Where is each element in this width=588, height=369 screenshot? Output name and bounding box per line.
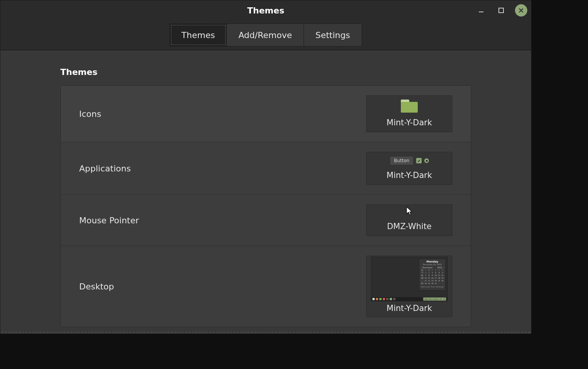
themes-panel: Icons Mint-Y-Dark Applications	[60, 85, 471, 327]
calendar-date: December 20, 2021	[421, 263, 444, 266]
row-icons: Icons Mint-Y-Dark	[61, 86, 471, 142]
desktop-preview-taskbar: Monday December 20, 19:41	[371, 297, 447, 301]
row-applications: Applications Button Mint-Y-Dark	[61, 142, 471, 195]
folder-icon	[401, 100, 418, 113]
content-area: Themes Icons Mint-Y-Dark Applicatio	[0, 50, 531, 334]
applications-theme-picker[interactable]: Button Mint-Y-Dark	[366, 152, 452, 185]
row-desktop: Desktop Monday December 20, 2021 ‹ Decem…	[61, 246, 471, 327]
cursor-icon	[406, 206, 413, 216]
icons-theme-picker[interactable]: Mint-Y-Dark	[366, 95, 452, 132]
section-title: Themes	[60, 67, 471, 77]
resize-grip[interactable]	[1, 332, 530, 333]
icons-theme-name: Mint-Y-Dark	[384, 116, 434, 128]
row-applications-label: Applications	[79, 164, 131, 173]
tab-settings[interactable]: Settings	[304, 24, 362, 46]
mouse-pointer-theme-picker[interactable]: DMZ-White	[366, 204, 452, 236]
desktop-preview-calendar: Monday December 20, 2021 ‹ December 2021…	[419, 259, 446, 291]
titlebar: Themes	[0, 0, 531, 20]
window-title: Themes	[247, 6, 284, 15]
maximize-button[interactable]	[495, 4, 507, 17]
row-mouse-pointer-label: Mouse Pointer	[79, 216, 139, 225]
window-controls	[475, 0, 527, 20]
preview-button: Button	[390, 156, 414, 165]
calendar-month: ‹ December	[421, 266, 433, 269]
row-icons-label: Icons	[79, 109, 101, 119]
row-mouse-pointer: Mouse Pointer DMZ-White	[61, 195, 471, 246]
calendar-settings-link: Date and Time Settings	[421, 286, 444, 288]
calendar-year: 2021 ›	[437, 266, 443, 269]
close-icon	[518, 7, 524, 13]
desktop-theme-name: Mint-Y-Dark	[384, 302, 434, 314]
desktop-preview: Monday December 20, 2021 ‹ December 2021…	[367, 256, 452, 302]
tab-add-remove[interactable]: Add/Remove	[227, 24, 304, 46]
calendar-day: Monday	[421, 261, 444, 263]
applications-preview: Button	[367, 152, 452, 169]
preview-checkbox-icon	[416, 158, 422, 163]
applications-theme-name: Mint-Y-Dark	[384, 169, 434, 181]
minimize-icon	[478, 7, 485, 14]
minimize-button[interactable]	[475, 4, 487, 17]
tab-bar: Themes Add/Remove Settings	[0, 20, 531, 50]
mouse-pointer-preview	[367, 205, 452, 220]
themes-window: Themes Themes Add/Remove	[0, 0, 532, 334]
preview-radio-icon	[424, 158, 429, 163]
tab-group: Themes Add/Remove Settings	[169, 23, 362, 47]
close-button[interactable]	[515, 4, 527, 17]
taskbar-clock: Monday December 20, 19:41	[423, 298, 446, 301]
svg-rect-1	[499, 8, 503, 13]
desktop-theme-picker[interactable]: Monday December 20, 2021 ‹ December 2021…	[366, 256, 452, 317]
icons-preview	[367, 96, 452, 116]
mouse-pointer-theme-name: DMZ-White	[385, 220, 434, 232]
tab-themes[interactable]: Themes	[170, 24, 227, 46]
maximize-icon	[498, 7, 504, 13]
row-desktop-label: Desktop	[79, 282, 114, 291]
